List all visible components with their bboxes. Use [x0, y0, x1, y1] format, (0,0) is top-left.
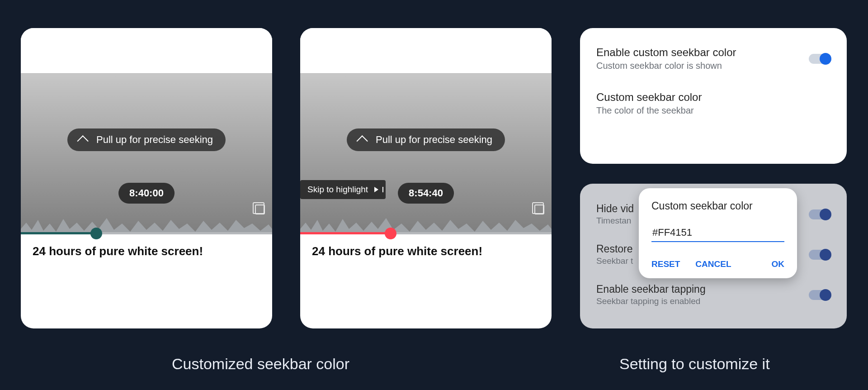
- timestamp-label: 8:54:40: [409, 187, 443, 199]
- video-frame: Pull up for precise seeking Skip to high…: [300, 28, 552, 234]
- seek-hint-label: Pull up for precise seeking: [96, 134, 213, 146]
- skip-forward-icon: [374, 187, 378, 192]
- chevron-up-icon: [77, 135, 88, 147]
- toggle-switch[interactable]: [809, 250, 830, 260]
- copy-icon: [255, 205, 265, 214]
- waveform: [21, 214, 272, 234]
- ok-button[interactable]: OK: [772, 259, 785, 269]
- setting-title: Enable seekbar tapping: [596, 283, 706, 295]
- seek-hint-label: Pull up for precise seeking: [376, 134, 492, 146]
- copy-icon: [534, 205, 544, 214]
- seekbar-thumb[interactable]: [385, 228, 396, 239]
- reset-button[interactable]: RESET: [651, 259, 680, 269]
- seek-hint-pill: Pull up for precise seeking: [67, 128, 226, 151]
- seekbar-thumb[interactable]: [90, 228, 102, 239]
- setting-title: Custom seekbar color: [596, 91, 702, 104]
- setting-custom-color[interactable]: Custom seekbar color The color of the se…: [596, 91, 830, 116]
- setting-title: Enable custom seekbar color: [596, 46, 736, 59]
- settings-panel-dimmed: Hide vid Timestan Restore Seekbar t Enab…: [580, 184, 847, 328]
- toggle-switch[interactable]: [809, 209, 830, 219]
- timestamp-pill: 8:40:00: [118, 183, 175, 204]
- setting-subtitle: The color of the seekbar: [596, 105, 702, 116]
- cancel-button[interactable]: CANCEL: [695, 259, 731, 269]
- seekbar[interactable]: [21, 232, 272, 234]
- timestamp-label: 8:40:00: [129, 187, 164, 199]
- setting-subtitle: Seekbar tapping is enabled: [596, 296, 706, 306]
- video-preview-card: Pull up for precise seeking Skip to high…: [300, 28, 552, 328]
- video-title: 24 hours of pure white screen!: [21, 234, 272, 268]
- timestamp-pill: 8:54:40: [398, 183, 454, 204]
- toggle-switch[interactable]: [809, 54, 830, 64]
- setting-subtitle: Timestan: [596, 216, 634, 226]
- seek-hint-pill: Pull up for precise seeking: [347, 128, 505, 151]
- settings-card: Enable custom seekbar color Custom seekb…: [580, 28, 847, 164]
- skip-to-highlight-chip[interactable]: Skip to highlight: [300, 180, 386, 199]
- setting-title: Hide vid: [596, 203, 634, 215]
- caption-right: Setting to customize it: [619, 355, 770, 373]
- setting-title: Restore: [596, 243, 633, 255]
- caption-left: Customized seekbar color: [172, 355, 349, 373]
- chevron-up-icon: [356, 135, 368, 147]
- setting-enable-custom-color[interactable]: Enable custom seekbar color Custom seekb…: [596, 46, 830, 71]
- video-title: 24 hours of pure white screen!: [300, 234, 552, 268]
- seekbar[interactable]: [300, 232, 552, 234]
- dialog-title: Custom seekbar color: [651, 200, 784, 212]
- setting-row[interactable]: Enable seekbar tapping Seekbar tapping i…: [596, 283, 830, 306]
- video-frame: Pull up for precise seeking 8:40:00: [21, 28, 272, 234]
- video-preview-card: Pull up for precise seeking 8:40:00 24 h…: [21, 28, 272, 328]
- color-dialog: Custom seekbar color RESET CANCEL OK: [639, 188, 797, 278]
- toggle-switch[interactable]: [809, 290, 830, 300]
- color-input[interactable]: [651, 225, 784, 242]
- waveform: [300, 214, 552, 234]
- skip-label: Skip to highlight: [307, 185, 368, 195]
- setting-subtitle: Seekbar t: [596, 256, 633, 266]
- setting-subtitle: Custom seekbar color is shown: [596, 61, 736, 71]
